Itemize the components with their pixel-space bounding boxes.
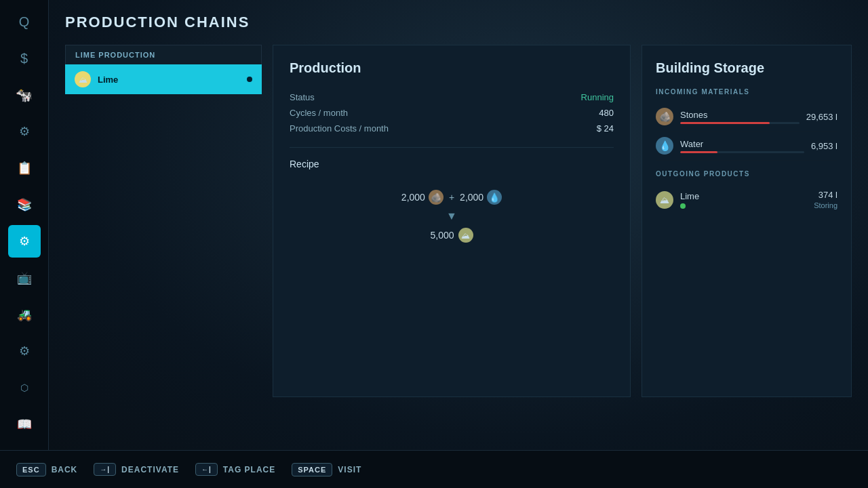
stones-bar-fill <box>680 122 770 124</box>
production-chain-icon: ⚙ <box>19 234 30 249</box>
chain-item-dot <box>247 77 252 82</box>
divider <box>290 147 614 148</box>
tagplace-key: ←| <box>195 463 218 476</box>
recipe-input-stones: 2,000 🪨 <box>401 190 443 205</box>
atlas-icon: 📖 <box>17 417 32 432</box>
sidebar-item-production[interactable]: ⚙ <box>8 225 41 258</box>
chain-item-lime[interactable]: ⛰ Lime <box>65 64 262 94</box>
settings-icon: ⚙ <box>19 344 30 359</box>
material-row-stones: 🪨 Stones 29,653 l <box>656 102 837 131</box>
tractor-icon: 🚜 <box>17 307 32 322</box>
main-content: PRODUCTION CHAINS LIME PRODUCTION ⛰ Lime… <box>49 0 868 488</box>
costs-value: $ 24 <box>533 121 614 136</box>
action-deactivate: →| DEACTIVATE <box>94 463 179 476</box>
lime-product-icon: ⛰ <box>656 191 673 209</box>
water-icon: 💧 <box>487 190 502 205</box>
stones-amount-display: 29,653 l <box>806 112 837 122</box>
sidebar-item-books[interactable]: 📚 <box>8 188 41 221</box>
lime-chain-icon: ⛰ <box>75 71 91 87</box>
output-amount: 5,000 <box>430 230 454 241</box>
books-icon: 📚 <box>17 197 32 212</box>
storage-panel: Building Storage INCOMING MATERIALS 🪨 St… <box>642 45 852 397</box>
costs-row: Production Costs / month $ 24 <box>290 121 614 136</box>
sidebar-item-currency[interactable]: $ <box>8 42 41 75</box>
stones-material-info: Stones <box>680 110 800 124</box>
sidebar-item-settings[interactable]: ⚙ <box>8 335 41 367</box>
water-bar-fill <box>680 151 717 153</box>
action-tagplace: ←| TAG PLACE <box>195 463 275 476</box>
production-stats: Status Running Cycles / month 480 Produc… <box>290 89 614 136</box>
visit-key: SPACE <box>292 463 332 476</box>
lime-storing-text: Storing <box>814 201 837 209</box>
sidebar-item-tractor[interactable]: 🚜 <box>8 298 41 331</box>
recipe-label: Recipe <box>290 159 614 169</box>
chains-header: LIME PRODUCTION <box>65 45 262 64</box>
content-row: LIME PRODUCTION ⛰ Lime Production Status… <box>65 45 852 397</box>
esc-key: ESC <box>16 463 46 476</box>
currency-icon: $ <box>20 51 28 66</box>
product-row-lime: ⛰ Lime 374 l Storing <box>656 184 837 215</box>
back-label: BACK <box>52 465 78 474</box>
costs-label: Production Costs / month <box>290 121 533 136</box>
visit-label: VISIT <box>338 465 361 474</box>
water-bar <box>680 151 804 153</box>
stones-bar <box>680 122 800 124</box>
sidebar-item-livestock[interactable]: 🐄 <box>8 79 41 111</box>
production-panel: Production Status Running Cycles / month… <box>273 45 631 397</box>
action-visit: SPACE VISIT <box>292 463 361 476</box>
bottom-bar: ESC BACK →| DEACTIVATE ←| TAG PLACE SPAC… <box>0 450 868 488</box>
cycles-row: Cycles / month 480 <box>290 105 614 121</box>
water-amount-display: 6,953 l <box>811 141 837 151</box>
mechanics-icon: ⚙ <box>19 124 30 139</box>
tasks-icon: 📋 <box>17 161 32 176</box>
recipe-output: 5,000 ⛰ <box>430 228 473 243</box>
water-amount: 2,000 <box>460 192 484 203</box>
stones-icon: 🪨 <box>429 190 443 205</box>
outgoing-label: OUTGOING PRODUCTS <box>656 170 837 178</box>
recipe-area: 2,000 🪨 + 2,000 💧 ▼ 5,000 ⛰ <box>290 190 614 243</box>
status-running: Running <box>581 92 614 102</box>
chain-item-label: Lime <box>98 75 240 85</box>
sidebar-item-network[interactable]: ⬡ <box>8 371 41 404</box>
water-name: Water <box>680 139 804 149</box>
lime-product-amount: 374 l <box>814 190 837 200</box>
page-title: PRODUCTION CHAINS <box>65 14 852 31</box>
q-icon: Q <box>19 14 30 30</box>
lime-output-icon: ⛰ <box>458 228 473 243</box>
livestock-icon: 🐄 <box>16 87 33 103</box>
sidebar-item-monitor[interactable]: 📺 <box>8 262 41 294</box>
recipe-arrow: ▼ <box>446 210 457 222</box>
deactivate-label: DEACTIVATE <box>121 465 179 474</box>
recipe-inputs: 2,000 🪨 + 2,000 💧 <box>401 190 502 205</box>
lime-product-name: Lime <box>680 191 807 201</box>
storage-title: Building Storage <box>656 60 837 76</box>
status-row: Status Running <box>290 89 614 105</box>
sidebar-item-q[interactable]: Q <box>8 5 41 38</box>
cycles-value: 480 <box>533 105 614 121</box>
incoming-label: INCOMING MATERIALS <box>656 88 837 96</box>
sidebar: Q $ 🐄 ⚙ 📋 📚 ⚙ 📺 🚜 ⚙ ⬡ 📖 E <box>0 0 49 488</box>
stones-material-icon: 🪨 <box>656 108 673 125</box>
lime-amount-block: 374 l Storing <box>814 190 837 209</box>
sidebar-item-tasks[interactable]: 📋 <box>8 152 41 184</box>
status-value: Running <box>533 89 614 105</box>
lime-product-info: Lime <box>680 191 807 209</box>
sidebar-item-atlas[interactable]: 📖 <box>8 408 41 441</box>
network-icon: ⬡ <box>20 382 28 393</box>
status-label: Status <box>290 89 533 105</box>
action-back: ESC BACK <box>16 463 77 476</box>
outgoing-section: OUTGOING PRODUCTS ⛰ Lime 374 l Storing <box>656 170 837 215</box>
cycles-label: Cycles / month <box>290 105 533 121</box>
plus-sign: + <box>449 192 454 203</box>
lime-icon-glyph: ⛰ <box>79 75 87 85</box>
water-material-info: Water <box>680 139 804 153</box>
sidebar-item-mechanics[interactable]: ⚙ <box>8 115 41 148</box>
lime-status-dot <box>680 203 686 209</box>
deactivate-key: →| <box>94 463 116 476</box>
chains-panel: LIME PRODUCTION ⛰ Lime <box>65 45 262 397</box>
monitor-icon: 📺 <box>17 270 32 285</box>
stones-name: Stones <box>680 110 800 120</box>
production-title: Production <box>290 60 614 76</box>
stones-amount: 2,000 <box>401 192 425 203</box>
material-row-water: 💧 Water 6,953 l <box>656 131 837 161</box>
